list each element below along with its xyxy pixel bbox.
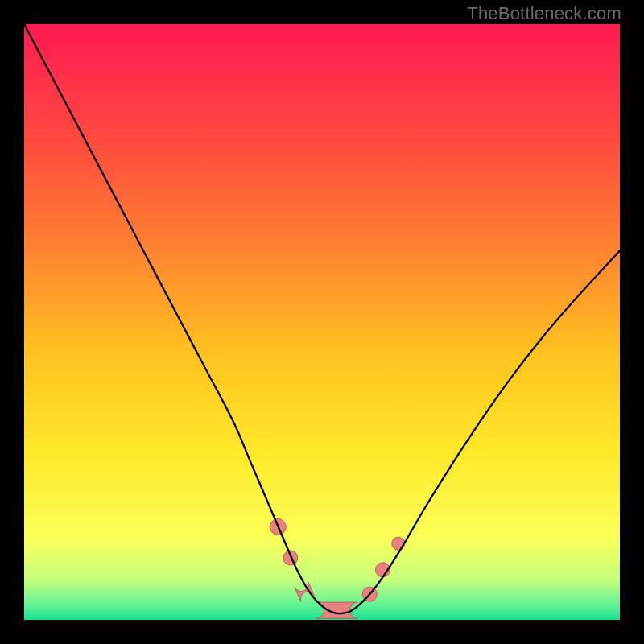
chart-stage: TheBottleneck.com (0, 0, 644, 644)
watermark-text: TheBottleneck.com (467, 3, 621, 24)
bottleneck-curve (24, 24, 620, 613)
markers-layer (270, 519, 404, 619)
marker-dot (392, 537, 405, 550)
chart-plot (0, 0, 644, 644)
